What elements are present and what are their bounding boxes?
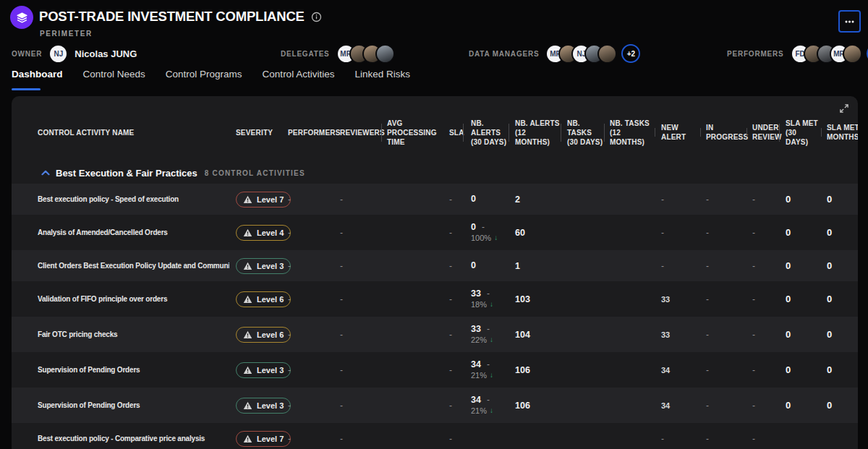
- table-row[interactable]: Fair OTC pricing checks Level 6 - - - 33…: [12, 317, 858, 352]
- column-header-control-activity-name[interactable]: CONTROL ACTIVITY NAME: [12, 128, 229, 137]
- sla-met-30d-cell: 0: [779, 260, 821, 271]
- severity-cell: Level 7: [229, 192, 281, 208]
- column-header-performers[interactable]: PERFORMERS: [281, 128, 333, 137]
- tab-control-programs[interactable]: Control Programs: [166, 69, 242, 84]
- alerts-30d-percent: 100%: [471, 233, 491, 243]
- in-progress-cell: -: [700, 434, 746, 444]
- performers-cell: -: [281, 261, 333, 271]
- severity-label: Level 6: [257, 295, 284, 304]
- data-managers-overflow-badge[interactable]: +2: [621, 44, 640, 63]
- column-header-nb-alerts-12m[interactable]: NB. ALERTS (12 MONTHS): [509, 119, 561, 147]
- sla-met-30d-cell: 0: [779, 194, 821, 205]
- group-header-best-execution[interactable]: Best Execution & Fair Practices 8 CONTRO…: [12, 162, 858, 184]
- severity-label: Level 7: [257, 435, 284, 443]
- delegates-label: DELEGATES: [281, 50, 330, 58]
- trend-down-icon: ↓: [490, 299, 493, 309]
- column-header-in-progress[interactable]: IN PROGRESS: [700, 123, 746, 142]
- performers-cell: -: [281, 365, 333, 375]
- sla-cell: -: [443, 228, 463, 238]
- warning-triangle-icon: [243, 195, 252, 204]
- tab-bar: Dashboard Control Needs Control Programs…: [12, 69, 410, 84]
- column-header-severity[interactable]: SEVERITY: [229, 128, 281, 137]
- reviewers-cell: -: [333, 365, 381, 375]
- sla-cell: -: [443, 401, 463, 411]
- sla-met-30d-cell: 0: [779, 364, 821, 375]
- table-row[interactable]: Supervision of Pending Orders Level 3 - …: [12, 388, 858, 423]
- severity-cell: Level 3: [229, 258, 281, 274]
- new-alert-cell: 34: [655, 401, 700, 410]
- group-title: Best Execution & Fair Practices: [56, 168, 197, 179]
- table-row[interactable]: Validation of FIFO principle over orders…: [12, 281, 858, 317]
- column-header-reviewers[interactable]: REVIEWERS: [333, 128, 381, 137]
- warning-triangle-icon: [243, 435, 252, 443]
- alerts-30d-suffix: -: [482, 222, 485, 233]
- data-managers-group: DATA MANAGERS MRNJ +2: [469, 43, 640, 64]
- column-header-under-review[interactable]: UNDER REVIEW: [746, 123, 779, 142]
- table-row[interactable]: Supervision of Pending Orders Level 3 - …: [12, 352, 858, 388]
- tab-linked-risks[interactable]: Linked Risks: [354, 69, 410, 84]
- alerts-30d-value: 34: [471, 395, 481, 406]
- column-header-nb-tasks-12m[interactable]: NB. TASKS (12 MONTHS): [604, 119, 655, 147]
- column-header-sla[interactable]: SLA: [443, 128, 463, 137]
- alerts-30d-value: 33: [471, 324, 481, 335]
- under-review-cell: -: [746, 261, 779, 271]
- warning-triangle-icon: [243, 366, 252, 375]
- performers-avatar-stack: FDMR: [791, 44, 862, 64]
- delegates-avatar-stack: MR: [336, 44, 395, 64]
- nb-alerts-12m-cell: 60: [509, 228, 561, 238]
- in-progress-cell: -: [700, 261, 746, 271]
- sla-met-12m-cell: 0: [821, 400, 858, 411]
- table-header-row: CONTROL ACTIVITY NAME SEVERITY PERFORMER…: [12, 118, 858, 147]
- page-title: POST-TRADE INVESTMENT COMPLIANCE: [39, 9, 305, 25]
- sla-met-12m-cell: 0: [821, 194, 858, 205]
- new-alert-cell: -: [655, 261, 700, 271]
- trend-down-icon: ↓: [490, 370, 493, 380]
- table-row[interactable]: Best execution policy - Comparative pric…: [12, 423, 858, 449]
- reviewers-cell: -: [333, 194, 381, 205]
- column-header-sla-met-30d[interactable]: SLA MET (30 DAYS): [779, 119, 821, 147]
- sla-cell: -: [443, 365, 463, 375]
- severity-cell: Level 3: [229, 398, 281, 414]
- nb-alerts-12m-cell: 1: [509, 261, 561, 271]
- nb-alerts-12m-cell: 106: [509, 401, 561, 411]
- severity-cell: Level 6: [229, 291, 281, 307]
- tab-control-activities[interactable]: Control Activities: [263, 69, 335, 84]
- column-header-sla-met-12m[interactable]: SLA MET (12 MONTHS): [821, 123, 858, 142]
- expand-table-button[interactable]: [837, 101, 851, 116]
- nb-alerts-30d-cell: 34 - 21% ↓: [463, 359, 509, 380]
- performers-cell: -: [281, 330, 333, 340]
- app-header: POST-TRADE INVESTMENT COMPLIANCE PERIMET…: [0, 0, 868, 67]
- sla-met-12m-cell: 0: [821, 329, 858, 340]
- under-review-cell: -: [746, 330, 779, 340]
- column-header-nb-tasks-30d[interactable]: NB. TASKS (30 DAYS): [561, 119, 604, 147]
- dashboard-table-panel: CONTROL ACTIVITY NAME SEVERITY PERFORMER…: [12, 96, 858, 449]
- alerts-30d-percent: 18%: [471, 299, 487, 309]
- table-row[interactable]: Analysis of Amended/Cancelled Orders Lev…: [12, 215, 858, 250]
- nb-alerts-30d-cell: 0: [463, 260, 509, 271]
- control-activities-table: CONTROL ACTIVITY NAME SEVERITY PERFORMER…: [12, 118, 858, 449]
- reviewers-cell: -: [333, 294, 381, 304]
- column-header-avg-processing-time[interactable]: AVG PROCESSING TIME: [381, 119, 443, 147]
- reviewers-cell: -: [333, 228, 381, 238]
- column-header-nb-alerts-30d[interactable]: NB. ALERTS (30 DAYS): [463, 119, 509, 147]
- tab-dashboard[interactable]: Dashboard: [12, 69, 63, 84]
- tab-control-needs[interactable]: Control Needs: [83, 69, 145, 84]
- control-activity-name: Best execution policy - Comparative pric…: [12, 434, 229, 443]
- owner-name: Nicolas JUNG: [75, 48, 137, 59]
- more-actions-button[interactable]: [838, 10, 861, 33]
- control-activity-name: Validation of FIFO principle over orders: [12, 294, 229, 304]
- reviewers-cell: -: [333, 401, 381, 411]
- info-icon[interactable]: [311, 12, 322, 22]
- table-row[interactable]: Best execution policy - Speed of executi…: [12, 184, 858, 215]
- new-alert-cell: 34: [655, 366, 700, 375]
- trend-down-icon: ↓: [490, 406, 493, 416]
- reviewers-cell: -: [333, 434, 381, 444]
- severity-label: Level 3: [257, 262, 284, 270]
- table-row[interactable]: Client Orders Best Execution Policy Upda…: [12, 250, 858, 281]
- in-progress-cell: -: [700, 401, 746, 411]
- column-header-new-alert[interactable]: NEW ALERT: [655, 123, 700, 142]
- warning-triangle-icon: [243, 401, 252, 410]
- nb-alerts-12m-cell: 104: [509, 330, 561, 340]
- under-review-cell: -: [746, 194, 779, 205]
- under-review-cell: -: [746, 401, 779, 411]
